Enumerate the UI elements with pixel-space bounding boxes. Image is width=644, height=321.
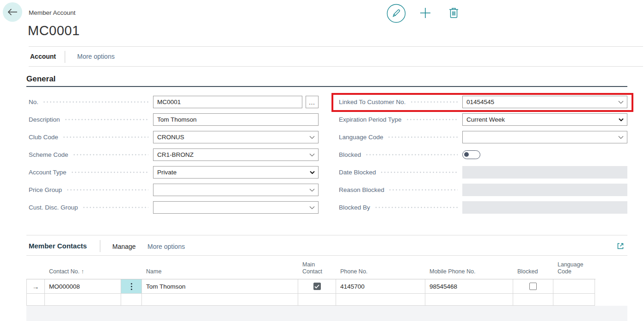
blocked-checkbox[interactable] xyxy=(529,283,537,290)
grid-footer-area xyxy=(26,306,627,321)
field-scheme-code: Scheme Code CR1-BRONZ xyxy=(29,148,319,161)
field-reason-blocked: Reason Blocked xyxy=(339,184,627,196)
column-header-main-contact[interactable]: Main Contact xyxy=(298,261,336,279)
general-right-column: Linked To Customer No. 01454545 Expirati… xyxy=(339,96,627,219)
tab-more-options[interactable]: More options xyxy=(77,53,115,60)
club-code-combobox[interactable]: CRONUS xyxy=(153,131,319,143)
member-contacts-grid: Contact No. ↑ Name Main Contact Phone No… xyxy=(26,256,595,306)
linked-to-customer-no-combobox[interactable]: 01454545 xyxy=(462,96,627,108)
divider xyxy=(100,240,100,252)
tab-account[interactable]: Account xyxy=(30,53,56,60)
divider xyxy=(65,51,65,63)
column-header-mobile-phone-no[interactable]: Mobile Phone No. xyxy=(425,268,513,279)
column-header-contact-no[interactable]: Contact No. ↑ xyxy=(45,268,121,279)
chevron-down-icon xyxy=(310,171,315,174)
reason-blocked-disabled-field xyxy=(462,184,627,196)
no-input[interactable] xyxy=(153,96,302,108)
main-contact-checkbox[interactable] xyxy=(313,283,321,290)
dotted-leader xyxy=(374,201,458,214)
field-label: Account Type xyxy=(29,169,67,176)
chevron-down-icon xyxy=(309,206,315,209)
row-options-button[interactable] xyxy=(121,279,142,294)
trash-icon xyxy=(448,7,459,19)
cell-blocked xyxy=(513,279,553,294)
blocked-by-disabled-field xyxy=(462,201,627,214)
dotted-leader xyxy=(73,148,148,161)
chevron-down-icon xyxy=(618,136,624,139)
vertical-ellipsis-icon xyxy=(131,286,132,287)
field-label: Date Blocked xyxy=(339,169,376,176)
section-title-member-contacts[interactable]: Member Contacts xyxy=(29,242,87,250)
cell-name[interactable] xyxy=(142,294,298,306)
field-label: Club Code xyxy=(29,134,58,141)
cust-disc-group-combobox[interactable] xyxy=(153,201,319,214)
grid-body: → MO000008 Tom Thomson 4145700 98545468 xyxy=(26,279,595,306)
pencil-circle-icon xyxy=(386,4,406,23)
cell-mobile-phone-no[interactable] xyxy=(425,294,513,306)
column-header-phone-no[interactable]: Phone No. xyxy=(336,268,425,279)
cell-main-contact xyxy=(298,294,336,306)
price-group-combobox[interactable] xyxy=(153,184,319,196)
dotted-leader xyxy=(387,131,458,143)
chevron-down-icon xyxy=(619,118,624,121)
date-blocked-disabled-field xyxy=(462,166,627,179)
dotted-leader xyxy=(62,131,148,143)
description-input[interactable] xyxy=(153,113,319,126)
chevron-down-icon xyxy=(309,153,315,156)
dotted-leader xyxy=(410,96,458,108)
dotted-leader xyxy=(406,113,458,126)
field-label: Scheme Code xyxy=(29,151,68,158)
field-label: Blocked By xyxy=(339,204,370,211)
dotted-leader xyxy=(64,113,148,126)
back-button[interactable] xyxy=(3,2,22,22)
field-blocked-by: Blocked By xyxy=(339,201,627,214)
cell-phone-no[interactable] xyxy=(336,294,425,306)
field-no: No. … xyxy=(29,96,319,108)
dotted-leader xyxy=(82,201,148,214)
field-language-code: Language Code xyxy=(339,131,627,143)
field-blocked: Blocked xyxy=(339,148,627,161)
field-price-group: Price Group xyxy=(29,184,319,196)
column-header-name[interactable]: Name xyxy=(142,268,298,279)
record-title: MC0001 xyxy=(28,23,80,38)
section-title-general[interactable]: General xyxy=(26,74,55,84)
expiration-period-type-select[interactable]: Current Week xyxy=(462,113,627,126)
cell-contact-no[interactable] xyxy=(45,294,121,306)
field-label: Price Group xyxy=(29,186,62,193)
new-button[interactable] xyxy=(420,7,431,19)
header-spacer xyxy=(26,276,45,279)
cell-blocked xyxy=(513,294,553,306)
dotted-leader xyxy=(380,166,458,179)
scheme-code-combobox[interactable]: CR1-BRONZ xyxy=(153,148,319,161)
active-row-marker: → xyxy=(26,279,45,294)
account-type-select[interactable]: Private xyxy=(153,166,319,179)
cell-phone-no[interactable]: 4145700 xyxy=(336,279,425,294)
edit-button[interactable] xyxy=(386,4,406,23)
delete-button[interactable] xyxy=(448,7,459,19)
chevron-down-icon xyxy=(618,100,624,104)
blocked-toggle[interactable] xyxy=(462,150,480,159)
language-code-combobox[interactable] xyxy=(462,131,627,143)
field-linked-to-customer-no: Linked To Customer No. 01454545 xyxy=(339,96,627,108)
dotted-leader xyxy=(365,148,458,161)
field-expiration-period-type: Expiration Period Type Current Week xyxy=(339,113,627,126)
cell-name[interactable]: Tom Thomson xyxy=(142,279,298,294)
field-label: Linked To Customer No. xyxy=(339,99,406,105)
field-label: Blocked xyxy=(339,151,361,158)
divider xyxy=(29,66,643,67)
chevron-down-icon xyxy=(309,188,315,191)
cell-language-code[interactable] xyxy=(553,279,595,294)
dotted-leader xyxy=(43,96,148,108)
section-underline xyxy=(26,86,627,87)
divider xyxy=(26,235,627,235)
open-in-window-button[interactable] xyxy=(616,242,625,250)
cell-language-code[interactable] xyxy=(553,294,595,306)
cell-contact-no[interactable]: MO000008 xyxy=(45,279,121,294)
cell-mobile-phone-no[interactable]: 98545468 xyxy=(425,279,513,294)
member-contacts-manage-menu[interactable]: Manage xyxy=(112,243,136,250)
assist-edit-button[interactable]: … xyxy=(306,96,319,108)
field-label: Expiration Period Type xyxy=(339,116,402,123)
column-header-language-code[interactable]: Language Code xyxy=(553,261,595,279)
column-header-blocked[interactable]: Blocked xyxy=(513,268,553,279)
member-contacts-more-options[interactable]: More options xyxy=(147,243,185,250)
